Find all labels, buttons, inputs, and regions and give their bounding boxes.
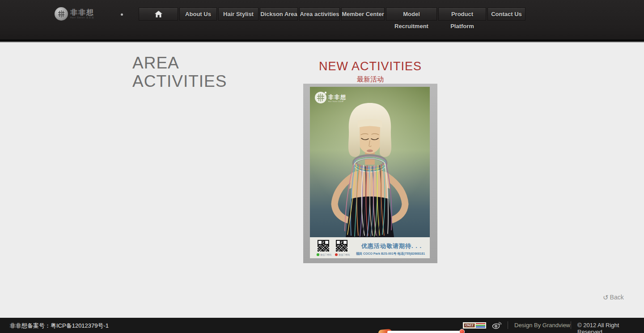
cnzz-stats-badge[interactable]: CNZZ (463, 322, 486, 329)
fei-bars-icon (57, 9, 66, 18)
design-credit: Design By Grandview (514, 322, 570, 329)
svg-text:Hair Salon 非非想: Hair Salon 非非想 (328, 101, 343, 102)
section-title: NEW ACTIVITIES (281, 60, 460, 73)
nav-item-about-us[interactable]: About Us (179, 8, 217, 21)
cnzz-label: CNZZ (464, 323, 475, 328)
wechat-qr-code (318, 240, 329, 252)
weibo-mini-icon (335, 253, 338, 256)
poster-address-text: 福田 COCO Park B2S-001号 电话(755)82668181 (351, 252, 430, 256)
wechat-icon (317, 253, 319, 256)
weibo-qr-label: 新浪二维码 (339, 253, 350, 256)
cnzz-stripes-icon (476, 323, 485, 328)
page: 非非想 Hair Salon 非非想 About Us Hair Stylist… (0, 0, 644, 333)
weibo-link[interactable] (492, 322, 502, 331)
poster-photo: 非非想 Hair Salon 非非想 (310, 87, 430, 237)
svg-text:非非想: 非非想 (328, 94, 347, 100)
page-title: AREA ACTIVITIES (132, 54, 227, 90)
copyright-text: © 2012 All Right Reserved (577, 322, 644, 333)
home-icon (155, 11, 162, 17)
activity-poster[interactable]: 非非想 Hair Salon 非非想 微信二维码 新浪二维码 优惠活动敬请期待.… (303, 84, 437, 263)
page-title-line2: ACTIVITIES (132, 72, 227, 90)
poster-info-strip: 微信二维码 新浪二维码 优惠活动敬请期待. . . 福田 COCO Park B… (310, 237, 430, 258)
nav-item-hair-stylist[interactable]: Hair Stylist (218, 8, 258, 21)
poster-promo-text: 优惠活动敬请期待. . . (355, 242, 428, 250)
logo-trademark-dot (121, 13, 123, 16)
footer-divider (508, 321, 508, 329)
back-arrow-icon: ↺ (603, 294, 609, 301)
brand-name: 非非想 (70, 9, 94, 16)
section-subtitle: 最新活动 (281, 75, 460, 84)
nav-item-dickson-area[interactable]: Dickson Area (260, 8, 298, 21)
weibo-qr-code (336, 240, 347, 252)
header: 非非想 Hair Salon 非非想 About Us Hair Stylist… (0, 0, 644, 39)
nav-item-area-activities[interactable]: Area activities (299, 8, 340, 21)
nav-item-home[interactable] (139, 8, 178, 21)
nav-item-contact-us[interactable]: Contact Us (487, 8, 525, 21)
page-title-line1: AREA (132, 54, 227, 72)
nav-item-model-recruitment[interactable]: Model Recruitment (386, 8, 437, 21)
main-nav: About Us Hair Stylist Dickson Area Area … (139, 8, 525, 21)
header-divider-shadow (0, 42, 644, 43)
brand-logo[interactable]: 非非想 Hair Salon 非非想 (55, 7, 94, 21)
weibo-icon (492, 322, 502, 329)
back-label: Back (610, 294, 624, 301)
footer-divider (571, 321, 571, 329)
icp-record-text: 非非想备案号：粤ICP备12012379号-1 (10, 322, 109, 330)
brand-subtitle: Hair Salon 非非想 (70, 16, 94, 19)
wechat-qr-label: 微信二维码 (320, 253, 331, 256)
footer: 非非想备案号：粤ICP备12012379号-1 CNZZ Design By G… (0, 318, 644, 333)
nav-item-member-center[interactable]: Member Center (341, 8, 385, 21)
brand-logo-icon (55, 7, 68, 21)
section-header: NEW ACTIVITIES 最新活动 (281, 60, 460, 84)
nav-item-product-platform[interactable]: Product Platform (438, 8, 486, 21)
back-button[interactable]: ↺ Back (603, 294, 624, 301)
